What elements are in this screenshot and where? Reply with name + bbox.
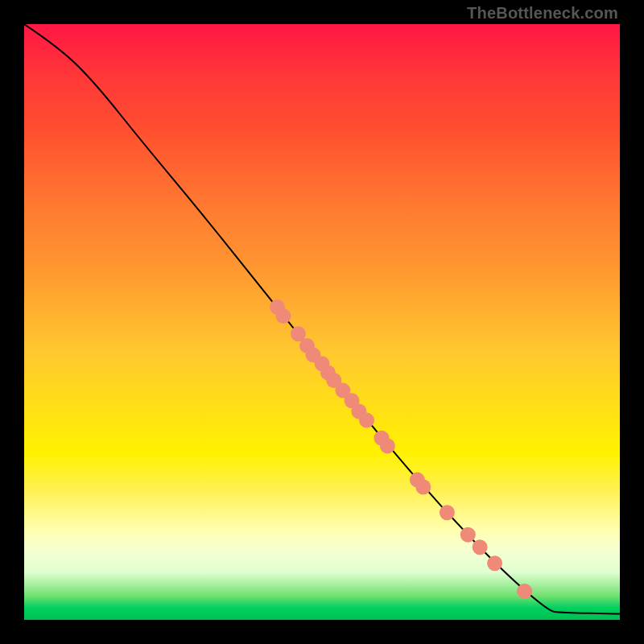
scatter-points-group bbox=[270, 299, 532, 599]
data-point bbox=[275, 308, 291, 324]
data-point bbox=[380, 438, 395, 453]
watermark-label: TheBottleneck.com bbox=[467, 4, 618, 23]
data-point bbox=[473, 539, 488, 555]
data-point bbox=[487, 555, 502, 571]
data-point bbox=[460, 527, 476, 543]
chart-container bbox=[24, 24, 620, 620]
data-point bbox=[415, 479, 431, 494]
data-point bbox=[440, 505, 455, 520]
main-curve bbox=[24, 24, 620, 614]
data-point bbox=[359, 413, 374, 428]
data-point bbox=[517, 584, 532, 599]
chart-svg bbox=[24, 24, 620, 620]
